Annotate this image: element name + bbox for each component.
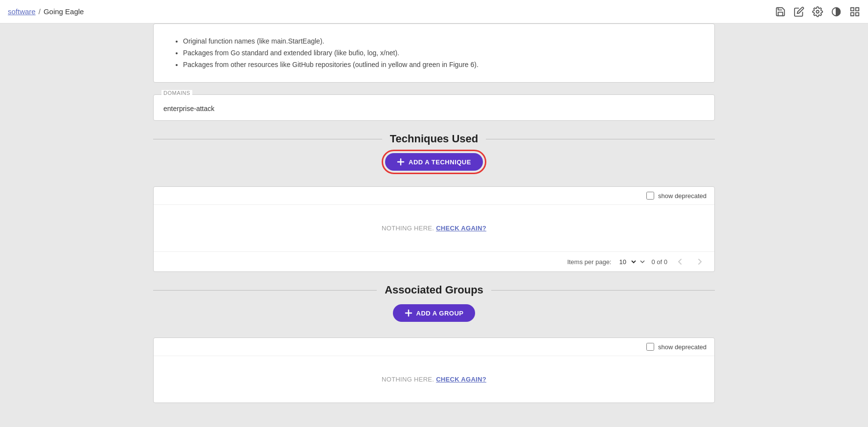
check-again-link-groups[interactable]: CHECK AGAIN? — [436, 376, 486, 383]
groups-table-container: show deprecated NOTHING HERE. CHECK AGAI… — [153, 337, 715, 403]
groups-nothing-text: NOTHING HERE. — [382, 376, 434, 383]
breadcrumb-current-page: Going Eagle — [44, 7, 84, 16]
items-per-page-label: Items per page: — [567, 258, 611, 266]
check-again-link-techniques[interactable]: CHECK AGAIN? — [436, 225, 486, 232]
groups-header: Associated Groups — [153, 284, 715, 296]
add-technique-button[interactable]: ADD A TECHNIQUE — [385, 153, 483, 171]
contrast-icon[interactable] — [831, 6, 842, 17]
breadcrumb: software / Going Eagle — [8, 7, 84, 16]
page-info-techniques: 0 of 0 — [651, 258, 667, 266]
groups-empty-state: NOTHING HERE. CHECK AGAIN? — [154, 356, 714, 403]
svg-rect-2 — [851, 7, 854, 10]
techniques-empty-state: NOTHING HERE. CHECK AGAIN? — [154, 205, 714, 251]
svg-point-0 — [816, 10, 819, 13]
main-content: Original function names (like main.Start… — [145, 23, 723, 427]
show-deprecated-label-groups: show deprecated — [658, 343, 707, 351]
description-item-2: Packages from Go standard and extended l… — [183, 47, 695, 59]
groups-title: Associated Groups — [377, 284, 491, 296]
prev-page-button-techniques[interactable] — [673, 257, 687, 267]
add-technique-label: ADD A TECHNIQUE — [409, 158, 471, 166]
show-deprecated-checkbox-groups[interactable] — [646, 343, 654, 351]
plus-icon-group — [405, 309, 412, 317]
groups-options-row: show deprecated — [154, 338, 714, 356]
breadcrumb-separator: / — [39, 7, 41, 16]
next-page-button-techniques[interactable] — [693, 257, 707, 267]
show-deprecated-checkbox-techniques[interactable] — [646, 192, 654, 200]
breadcrumb-software-link[interactable]: software — [8, 7, 36, 16]
description-item-1: Original function names (like main.Start… — [183, 36, 695, 47]
description-item-3: Packages from other resources like GitHu… — [183, 59, 695, 71]
add-group-button[interactable]: ADD A GROUP — [393, 304, 476, 322]
add-group-label: ADD A GROUP — [416, 310, 464, 317]
groups-section: Associated Groups ADD A GROUP show depre… — [153, 284, 715, 403]
techniques-header-line-left — [153, 139, 382, 139]
techniques-nothing-text: NOTHING HERE. — [382, 225, 434, 232]
domains-label: DOMAINS — [161, 90, 192, 96]
domains-box: DOMAINS enterprise-attack — [153, 94, 715, 121]
techniques-options-row: show deprecated — [154, 187, 714, 205]
save-icon[interactable] — [775, 6, 786, 17]
svg-rect-5 — [856, 12, 859, 15]
techniques-header: Techniques Used — [153, 133, 715, 145]
svg-rect-3 — [856, 7, 859, 10]
techniques-table-container: show deprecated NOTHING HERE. CHECK AGAI… — [153, 186, 715, 272]
edit-icon[interactable] — [794, 6, 804, 17]
settings-icon[interactable] — [812, 6, 823, 17]
dropdown-arrow-icon — [640, 259, 645, 265]
svg-rect-4 — [851, 12, 854, 15]
techniques-header-line-right — [486, 139, 715, 139]
topbar: software / Going Eagle — [0, 0, 868, 23]
groups-header-line-left — [153, 290, 377, 291]
grid-view-icon[interactable] — [849, 6, 860, 17]
plus-icon — [397, 158, 405, 166]
description-card: Original function names (like main.Start… — [153, 23, 715, 83]
groups-header-line-right — [491, 290, 715, 291]
topbar-actions — [775, 6, 860, 17]
description-list: Original function names (like main.Start… — [173, 36, 695, 70]
domains-value: enterprise-attack — [163, 103, 705, 112]
techniques-title: Techniques Used — [382, 133, 486, 145]
techniques-pagination: Items per page: 10 25 50 100 0 of 0 — [154, 251, 714, 271]
techniques-section: Techniques Used ADD A TECHNIQUE show dep… — [153, 133, 715, 272]
items-per-page-select[interactable]: 10 25 50 100 — [617, 258, 638, 266]
show-deprecated-label-techniques: show deprecated — [658, 192, 707, 200]
